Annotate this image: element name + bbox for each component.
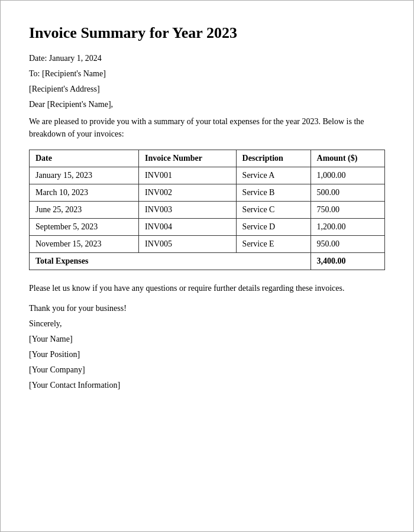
cell-invoice: INV001 bbox=[139, 167, 237, 184]
total-amount: 3,400.00 bbox=[310, 253, 384, 270]
your-contact: [Your Contact Information] bbox=[29, 381, 385, 390]
cell-description: Service B bbox=[236, 184, 310, 202]
your-name: [Your Name] bbox=[29, 335, 385, 344]
table-row: June 25, 2023INV003Service C750.00 bbox=[30, 202, 385, 219]
greeting: Dear [Recipient's Name], bbox=[29, 100, 385, 109]
table-row: November 15, 2023INV005Service E950.00 bbox=[30, 236, 385, 253]
footer-text: Please let us know if you have any quest… bbox=[29, 282, 385, 294]
document-title: Invoice Summary for Year 2023 bbox=[29, 24, 385, 42]
cell-date: March 10, 2023 bbox=[30, 184, 139, 202]
cell-amount: 1,000.00 bbox=[310, 167, 384, 184]
date-line: Date: January 1, 2024 bbox=[29, 54, 385, 63]
cell-invoice: INV002 bbox=[139, 184, 237, 202]
your-position: [Your Position] bbox=[29, 350, 385, 359]
thank-you: Thank you for your business! bbox=[29, 304, 385, 313]
cell-description: Service D bbox=[236, 219, 310, 236]
cell-date: January 15, 2023 bbox=[30, 167, 139, 184]
total-label: Total Expenses bbox=[30, 253, 311, 270]
cell-date: September 5, 2023 bbox=[30, 219, 139, 236]
cell-amount: 950.00 bbox=[310, 236, 384, 253]
your-company: [Your Company] bbox=[29, 365, 385, 375]
document-page: Invoice Summary for Year 2023 Date: Janu… bbox=[0, 0, 414, 532]
col-invoice-number: Invoice Number bbox=[139, 150, 237, 167]
col-date: Date bbox=[30, 150, 139, 167]
cell-amount: 500.00 bbox=[310, 184, 384, 202]
table-row: September 5, 2023INV004Service D1,200.00 bbox=[30, 219, 385, 236]
total-row: Total Expenses3,400.00 bbox=[30, 253, 385, 270]
cell-date: June 25, 2023 bbox=[30, 202, 139, 219]
cell-description: Service A bbox=[236, 167, 310, 184]
sincerely: Sincerely, bbox=[29, 319, 385, 329]
intro-text: We are pleased to provide you with a sum… bbox=[29, 115, 385, 140]
cell-description: Service C bbox=[236, 202, 310, 219]
table-header-row: Date Invoice Number Description Amount (… bbox=[30, 150, 385, 167]
cell-description: Service E bbox=[236, 236, 310, 253]
cell-invoice: INV004 bbox=[139, 219, 237, 236]
invoice-table: Date Invoice Number Description Amount (… bbox=[29, 150, 385, 270]
to-line: To: [Recipient's Name] bbox=[29, 69, 385, 79]
cell-amount: 750.00 bbox=[310, 202, 384, 219]
address-line: [Recipient's Address] bbox=[29, 85, 385, 94]
col-description: Description bbox=[236, 150, 310, 167]
table-row: March 10, 2023INV002Service B500.00 bbox=[30, 184, 385, 202]
cell-date: November 15, 2023 bbox=[30, 236, 139, 253]
cell-amount: 1,200.00 bbox=[310, 219, 384, 236]
table-row: January 15, 2023INV001Service A1,000.00 bbox=[30, 167, 385, 184]
cell-invoice: INV003 bbox=[139, 202, 237, 219]
cell-invoice: INV005 bbox=[139, 236, 237, 253]
col-amount: Amount ($) bbox=[310, 150, 384, 167]
